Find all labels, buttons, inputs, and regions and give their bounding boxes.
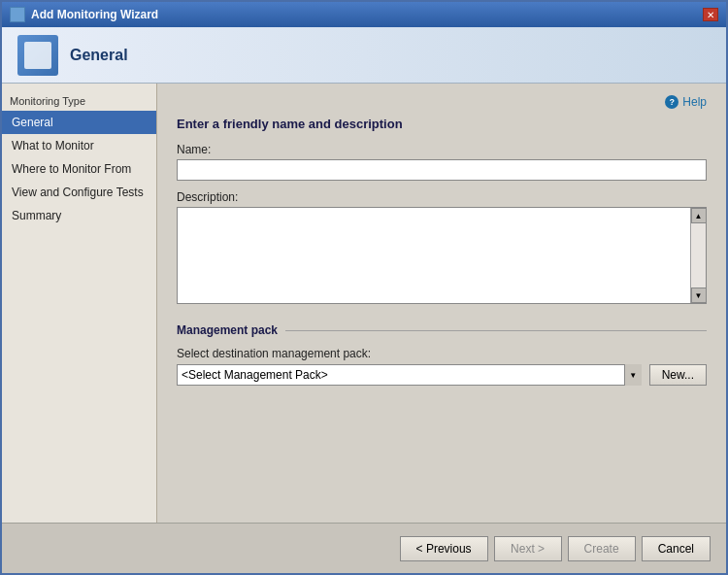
close-button[interactable]: ✕ <box>703 8 718 21</box>
description-wrapper: ▲ ▼ <box>177 207 707 304</box>
header-banner: General <box>2 27 726 84</box>
next-button[interactable]: Next > <box>494 536 562 561</box>
management-pack-section: Management pack Select destination manag… <box>177 323 707 386</box>
header-icon <box>17 35 58 76</box>
help-bar: ? Help <box>177 95 707 109</box>
create-button[interactable]: Create <box>568 536 636 561</box>
help-icon: ? <box>665 95 678 109</box>
sidebar-item-summary[interactable]: Summary <box>2 204 156 227</box>
sidebar: Monitoring Type General What to Monitor … <box>2 84 157 523</box>
sidebar-section-label: Monitoring Type <box>2 91 156 111</box>
management-pack-divider: Management pack <box>177 323 707 337</box>
previous-button[interactable]: < Previous <box>400 536 488 561</box>
sidebar-item-where-to-monitor[interactable]: Where to Monitor From <box>2 157 156 181</box>
new-button[interactable]: New... <box>649 364 707 386</box>
scrollbar-down-btn[interactable]: ▼ <box>691 288 707 303</box>
title-bar-left: Add Monitoring Wizard <box>10 7 158 22</box>
cancel-button[interactable]: Cancel <box>642 536 711 561</box>
header-title: General <box>70 47 128 64</box>
header-icon-inner <box>24 42 51 69</box>
scrollbar-track <box>691 223 706 288</box>
help-link[interactable]: ? Help <box>665 95 707 109</box>
select-label: Select destination management pack: <box>177 347 707 360</box>
section-title: Enter a friendly name and description <box>177 117 707 131</box>
description-input[interactable] <box>178 208 690 303</box>
select-wrapper: <Select Management Pack> ▼ <box>177 364 642 386</box>
name-input[interactable] <box>177 159 707 181</box>
management-pack-select[interactable]: <Select Management Pack> <box>177 364 642 386</box>
title-bar: Add Monitoring Wizard ✕ <box>2 2 726 27</box>
divider-line <box>285 330 707 331</box>
help-label: Help <box>682 95 707 109</box>
sidebar-item-view-configure[interactable]: View and Configure Tests <box>2 181 156 204</box>
description-label: Description: <box>177 190 707 204</box>
content-area: Monitoring Type General What to Monitor … <box>2 84 726 523</box>
window-title: Add Monitoring Wizard <box>31 8 158 21</box>
sidebar-item-what-to-monitor[interactable]: What to Monitor <box>2 134 156 157</box>
select-row: <Select Management Pack> ▼ New... <box>177 364 707 386</box>
wizard-icon <box>10 7 25 22</box>
main-content: ? Help Enter a friendly name and descrip… <box>157 84 726 523</box>
name-label: Name: <box>177 143 707 156</box>
scrollbar-up-btn[interactable]: ▲ <box>691 208 707 223</box>
add-monitoring-wizard: Add Monitoring Wizard ✕ General Monitori… <box>0 0 728 575</box>
footer: < Previous Next > Create Cancel <box>2 523 726 573</box>
description-scrollbar: ▲ ▼ <box>690 208 706 303</box>
management-pack-title: Management pack <box>177 323 278 337</box>
sidebar-item-general[interactable]: General <box>2 111 156 134</box>
